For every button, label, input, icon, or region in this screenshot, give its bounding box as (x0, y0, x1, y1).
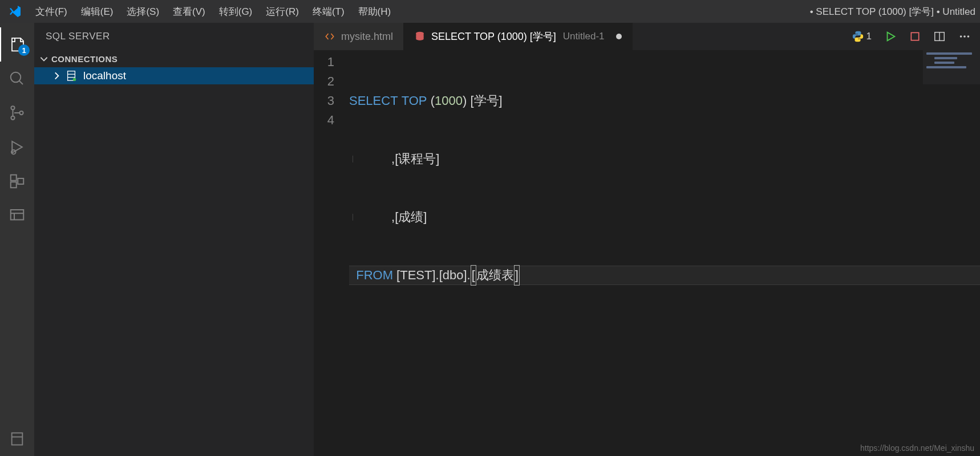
section-label: CONNECTIONS (51, 54, 118, 64)
watermark: https://blog.csdn.net/Mei_xinshu (860, 443, 974, 453)
activity-explorer[interactable]: 1 (0, 27, 34, 62)
svg-rect-12 (12, 433, 23, 445)
line-number: 1 (314, 52, 334, 72)
activity-bottom[interactable] (0, 422, 34, 456)
sidebar: SQL SERVER CONNECTIONS localhost (34, 23, 314, 456)
svg-point-24 (967, 35, 970, 38)
section-connections[interactable]: CONNECTIONS (34, 50, 314, 67)
svg-rect-8 (18, 178, 23, 184)
server-icon (65, 70, 78, 82)
activity-search[interactable] (0, 62, 34, 96)
more-actions-button[interactable] (958, 30, 971, 43)
activity-bar: 1 (0, 23, 34, 456)
connection-label: localhost (83, 70, 126, 82)
tab-label: SELECT TOP (1000) [学号] (431, 30, 556, 43)
minimap[interactable] (923, 50, 980, 84)
editor-actions: 1 (843, 23, 980, 50)
activity-run-debug[interactable] (0, 130, 34, 164)
code-line: SELECT TOP (1000) [学号] (349, 91, 980, 111)
tab-description: Untitled-1 (563, 31, 605, 42)
line-number: 3 (314, 91, 334, 111)
editor-group: mysite.html SELECT TOP (1000) [学号] Untit… (314, 23, 980, 456)
interpreter-count: 1 (866, 31, 872, 42)
code-line: ,[成绩] (349, 207, 980, 227)
svg-point-17 (73, 78, 76, 82)
svg-point-2 (11, 106, 14, 109)
svg-point-3 (11, 116, 14, 120)
title-bar: 文件(F) 编辑(E) 选择(S) 查看(V) 转到(G) 运行(R) 终端(T… (0, 0, 980, 23)
tab-label: mysite.html (341, 31, 393, 43)
line-number: 2 (314, 72, 334, 91)
menu-help[interactable]: 帮助(H) (351, 3, 398, 21)
line-number: 4 (314, 111, 334, 130)
code-line: FROM [TEST].[dbo].[成绩表] (349, 266, 980, 285)
menu-run[interactable]: 运行(R) (259, 3, 306, 21)
explorer-badge: 1 (18, 44, 30, 56)
line-gutter: 1 2 3 4 (314, 50, 342, 456)
svg-rect-9 (11, 210, 24, 220)
vscode-logo-icon (8, 5, 22, 18)
menu-selection[interactable]: 选择(S) (120, 3, 166, 21)
menu-view[interactable]: 查看(V) (166, 3, 212, 21)
editor-tabs: mysite.html SELECT TOP (1000) [学号] Untit… (314, 23, 980, 50)
activity-sql-server[interactable] (0, 198, 34, 233)
chevron-down-icon (39, 54, 49, 64)
html-icon (324, 31, 335, 42)
svg-rect-19 (911, 32, 918, 40)
split-editor-button[interactable] (933, 30, 946, 43)
svg-rect-7 (11, 182, 17, 188)
svg-line-1 (19, 81, 23, 84)
database-icon (414, 31, 426, 42)
code-editor[interactable]: 1 2 3 4 SELECT TOP (1000) [学号] ,[课程号] ,[… (314, 50, 980, 456)
code-line: ,[课程号] (349, 149, 980, 169)
menu-go[interactable]: 转到(G) (212, 3, 260, 21)
main-area: 1 SQL SERVER CONNECTIONS (0, 23, 980, 456)
tab-mysite[interactable]: mysite.html (314, 23, 404, 50)
tab-sql-query[interactable]: SELECT TOP (1000) [学号] Untitled-1 (404, 23, 633, 50)
connection-localhost[interactable]: localhost (34, 67, 314, 84)
dirty-indicator-icon (616, 34, 622, 39)
menu-file[interactable]: 文件(F) (29, 3, 74, 21)
activity-source-control[interactable] (0, 96, 34, 130)
window-title: • SELECT TOP (1000) [学号] • Untitled (810, 5, 975, 18)
run-button[interactable] (884, 30, 897, 43)
menu-edit[interactable]: 编辑(E) (74, 3, 120, 21)
python-interpreter-button[interactable]: 1 (852, 30, 872, 43)
chevron-right-icon (51, 71, 62, 81)
code-content[interactable]: SELECT TOP (1000) [学号] ,[课程号] ,[成绩] FROM… (342, 50, 980, 456)
stop-button[interactable] (909, 31, 921, 42)
svg-point-0 (11, 72, 21, 83)
menu-terminal[interactable]: 终端(T) (306, 3, 351, 21)
sidebar-title: SQL SERVER (34, 23, 314, 50)
activity-extensions[interactable] (0, 164, 34, 198)
svg-point-22 (960, 35, 962, 38)
svg-point-23 (963, 35, 966, 38)
svg-point-4 (19, 111, 23, 115)
svg-rect-6 (11, 175, 17, 181)
